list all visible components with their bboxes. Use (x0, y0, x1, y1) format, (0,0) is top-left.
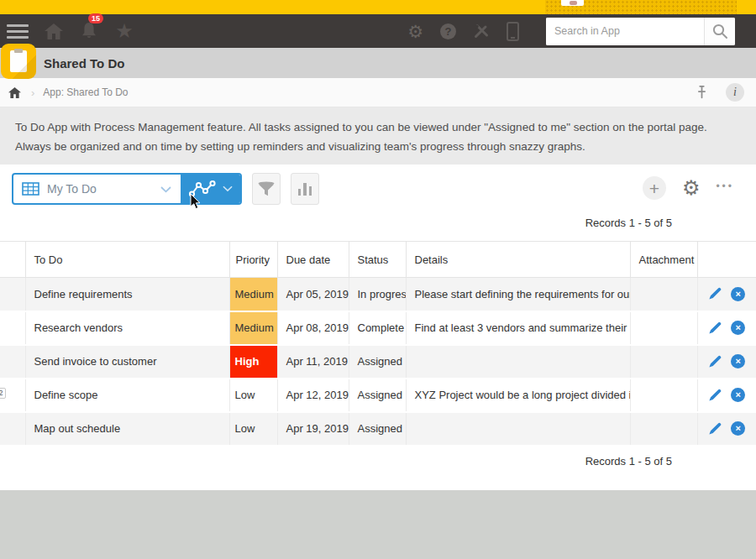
breadcrumb-app-link[interactable]: App: Shared To Do (43, 86, 128, 98)
filter-button[interactable] (252, 173, 281, 205)
delete-x-icon[interactable]: × (731, 321, 745, 335)
brand-bar (0, 0, 756, 14)
column-header-attachment[interactable]: Attachment (630, 242, 697, 278)
cell-todo: Define requirements (25, 278, 229, 311)
view-dropdown[interactable]: My To Do (13, 175, 181, 203)
table-row: Send invoice to customer High Apr 11, 20… (0, 345, 756, 379)
cell-status: In progress (349, 278, 406, 311)
column-header-priority[interactable]: Priority (229, 242, 277, 278)
hamburger-menu-icon[interactable] (7, 24, 29, 39)
cell-details: Please start defining the requirements f… (406, 278, 630, 311)
breadcrumb-right: i (696, 83, 744, 102)
global-header: 15 ★ ⚙ ? (0, 14, 756, 48)
chart-button[interactable] (291, 173, 319, 205)
cell-details (406, 345, 630, 379)
priority-cell: Medium (229, 278, 277, 311)
search-input[interactable] (546, 18, 704, 45)
column-header-icon (0, 242, 25, 278)
tools-icon[interactable] (473, 23, 490, 39)
notification-count-badge: 15 (88, 13, 103, 24)
table-view-icon (22, 182, 39, 196)
cell-status: Assigned (349, 412, 406, 446)
cell-attachment (630, 412, 697, 446)
table-row: 2 Define scope Low Apr 12, 2019 Assigned… (0, 379, 756, 412)
search-box (546, 18, 735, 45)
record-icon-cell: 2 (0, 379, 25, 412)
app-title-bar: Shared To Do (0, 48, 756, 78)
column-header-status[interactable]: Status (349, 242, 406, 278)
table-row: Map out schedule Low Apr 19, 2019 Assign… (0, 412, 756, 446)
record-icon-cell (0, 412, 25, 446)
cell-status: Assigned (349, 379, 406, 412)
edit-pencil-icon[interactable] (708, 422, 722, 436)
pin-icon[interactable] (696, 85, 707, 100)
record-icon-cell (0, 278, 25, 311)
view-selector: My To Do (12, 173, 242, 205)
info-icon[interactable]: i (726, 83, 744, 102)
cell-attachment (630, 345, 697, 379)
search-button[interactable] (704, 18, 735, 45)
doc-badge: 2 (0, 388, 6, 399)
record-icon-cell (0, 345, 25, 379)
cell-actions: × (697, 345, 756, 379)
record-icon-cell (0, 311, 25, 345)
records-count-bottom: Records 1 - 5 of 5 (0, 455, 756, 470)
cell-details (406, 412, 630, 446)
breadcrumb-home-icon[interactable] (8, 87, 21, 98)
cell-due-date: Apr 05, 2019 (277, 278, 349, 311)
priority-cell: Low (229, 379, 277, 412)
app-description: To Do App with Process Management featur… (0, 107, 756, 165)
page-title: Shared To Do (44, 56, 124, 71)
cell-actions: × (697, 379, 756, 412)
column-header-due-date[interactable]: Due date (277, 242, 349, 278)
filter-funnel-icon (257, 181, 276, 197)
table-head-row: To Do Priority Due date Status Details A… (0, 242, 756, 278)
app-icon (1, 44, 36, 79)
home-icon[interactable] (44, 21, 64, 41)
cell-due-date: Apr 11, 2019 (277, 345, 349, 379)
mobile-phone-icon[interactable] (507, 22, 519, 41)
delete-x-icon[interactable]: × (731, 354, 745, 368)
column-header-todo[interactable]: To Do (25, 242, 229, 278)
cell-todo: Research vendors (25, 311, 229, 345)
edit-pencil-icon[interactable] (708, 389, 722, 402)
help-icon[interactable]: ? (440, 24, 456, 39)
cell-details: XYZ Project would be a long project divi… (406, 379, 630, 412)
app-settings-gear-icon[interactable]: ⚙ (682, 178, 701, 198)
image-fragment (561, 0, 584, 6)
cell-details: Find at least 3 vendors and summarize th… (406, 311, 630, 345)
delete-x-icon[interactable]: × (731, 287, 745, 301)
toolbar-right: + ⚙ ••• (643, 173, 734, 200)
cell-todo: Send invoice to customer (25, 345, 229, 379)
edit-pencil-icon[interactable] (708, 287, 722, 300)
cell-todo: Define scope (25, 379, 229, 412)
cell-actions: × (697, 412, 756, 446)
delete-x-icon[interactable]: × (731, 421, 745, 436)
highlight-region (545, 0, 737, 14)
cell-attachment (630, 278, 697, 311)
edit-pencil-icon[interactable] (708, 355, 722, 368)
more-options-button[interactable]: ••• (716, 180, 734, 196)
records-table: To Do Priority Due date Status Details A… (0, 241, 756, 447)
cell-attachment (630, 311, 697, 345)
app-window: 15 ★ ⚙ ? Shared To Do (0, 0, 756, 559)
delete-x-icon[interactable]: × (731, 388, 745, 402)
settings-gear-icon[interactable]: ⚙ (407, 23, 423, 40)
table-row: Research vendors Medium Apr 08, 2019 Com… (0, 311, 756, 345)
column-header-actions (697, 242, 756, 278)
cell-status: Complete (349, 311, 406, 345)
records-count-top: Records 1 - 5 of 5 (0, 217, 756, 232)
clipboard-icon (10, 50, 27, 72)
add-record-button[interactable]: + (643, 176, 666, 200)
priority-cell: Medium (229, 311, 277, 345)
view-name: My To Do (47, 182, 97, 196)
breadcrumb-separator-icon: › (31, 86, 34, 99)
edit-pencil-icon[interactable] (708, 321, 722, 335)
column-header-details[interactable]: Details (406, 242, 630, 278)
breadcrumb: › App: Shared To Do i (0, 78, 756, 107)
chevron-down-icon (160, 181, 171, 196)
view-toolbar: My To Do + ⚙ ••• (0, 165, 756, 205)
notifications-bell-icon[interactable]: 15 (79, 21, 99, 41)
favorites-star-icon[interactable]: ★ (114, 21, 134, 41)
priority-cell: Low (229, 412, 277, 446)
